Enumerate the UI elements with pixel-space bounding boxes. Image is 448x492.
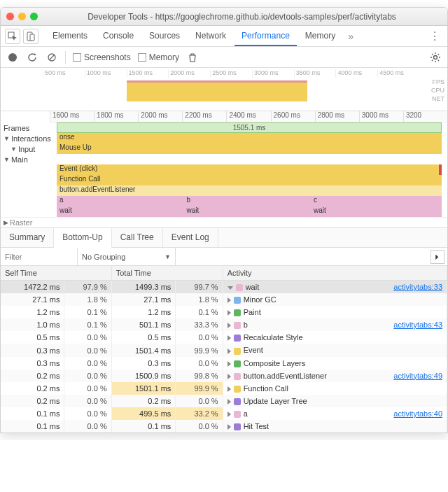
total-time-ms: 1499.3 ms [111, 281, 176, 294]
activity-color-swatch [234, 423, 241, 430]
minimize-icon[interactable] [18, 13, 26, 20]
record-button[interactable] [6, 51, 19, 64]
tab-event-log[interactable]: Event Log [163, 228, 218, 247]
table-row[interactable]: 0.1 ms0.0 %499.5 ms33.2 %aactivitytabs:4… [1, 407, 447, 420]
total-time-pct: 0.0 % [176, 331, 223, 344]
activity-cell: Recalculate Style [223, 331, 447, 344]
devtools-window: Developer Tools - https://googlechrome.g… [0, 7, 448, 433]
self-time-pct: 0.0 % [64, 407, 111, 420]
activity-color-swatch [234, 411, 241, 418]
source-link[interactable]: activitytabs:33 [393, 283, 442, 291]
table-row[interactable]: 1472.2 ms97.9 %1499.3 ms99.7 %waitactivi… [1, 281, 447, 294]
total-time-ms: 1501.4 ms [111, 344, 176, 356]
activity-color-swatch [234, 360, 241, 367]
activity-name: wait [246, 283, 260, 291]
filter-input[interactable] [1, 248, 78, 265]
activity-cell: bactivitytabs:43 [223, 318, 447, 331]
total-time-ms: 27.1 ms [111, 293, 176, 306]
source-link[interactable]: activitytabs:40 [393, 409, 442, 418]
col-total-time[interactable]: Total Time [111, 266, 223, 281]
settings-gear-icon[interactable] [429, 51, 442, 64]
self-time-pct: 0.1 % [64, 306, 111, 318]
close-icon[interactable] [6, 13, 14, 20]
tab-summary[interactable]: Summary [1, 228, 54, 247]
self-time-pct: 0.1 % [64, 318, 111, 331]
disclosure-icon[interactable] [227, 386, 231, 392]
tab-console[interactable]: Console [96, 27, 141, 46]
zoom-icon[interactable] [30, 13, 38, 20]
tab-elements[interactable]: Elements [46, 27, 94, 46]
self-time-pct: 1.8 % [64, 293, 111, 306]
tab-sources[interactable]: Sources [142, 27, 187, 46]
clear-button[interactable] [46, 51, 58, 64]
total-time-ms: 1500.9 ms [111, 370, 176, 382]
tab-performance[interactable]: Performance [234, 27, 297, 46]
col-self-time[interactable]: Self Time [1, 266, 111, 281]
reload-record-button[interactable] [26, 51, 38, 64]
frames-track[interactable]: Frames 1505.1 ms [1, 122, 447, 133]
tab-bottom-up[interactable]: Bottom-Up [54, 228, 111, 248]
disclosure-icon[interactable] [227, 399, 231, 405]
table-row[interactable]: 0.5 ms0.0 %0.5 ms0.0 %Recalculate Style [1, 331, 447, 344]
tab-network[interactable]: Network [188, 27, 233, 46]
garbage-collect-icon[interactable] [186, 51, 199, 64]
disclosure-icon[interactable] [227, 412, 231, 417]
expand-heaviest-icon[interactable]: ⏵ [430, 250, 444, 264]
device-toggle-icon[interactable] [23, 29, 38, 44]
col-activity[interactable]: Activity [223, 266, 447, 281]
overview-pane[interactable]: 500 ms 1000 ms 1500 ms 2000 ms 2500 ms 3… [1, 68, 447, 111]
panel-tabbar: Elements Console Sources Network Perform… [1, 26, 447, 47]
flame-chart[interactable]: 1600 ms1800 ms2000 ms2200 ms2400 ms2600 … [1, 111, 447, 228]
table-row[interactable]: 27.1 ms1.8 %27.1 ms1.8 %Minor GC [1, 293, 447, 306]
disclosure-icon[interactable] [227, 335, 231, 341]
panel-tabs: Elements Console Sources Network Perform… [46, 27, 342, 46]
total-time-pct: 0.0 % [176, 420, 223, 433]
activity-name: Composite Layers [244, 359, 306, 367]
activity-color-swatch [234, 309, 241, 316]
overview-ticks: 500 ms 1000 ms 1500 ms 2000 ms 2500 ms 3… [43, 69, 419, 78]
activity-cell: Paint [223, 306, 447, 318]
table-row[interactable]: 0.2 ms0.0 %1500.9 ms99.8 %button.addEven… [1, 370, 447, 382]
disclosure-icon[interactable] [227, 297, 231, 303]
total-time-pct: 0.0 % [176, 357, 223, 370]
activity-name: Recalculate Style [244, 333, 303, 342]
more-tabs-icon[interactable]: » [348, 31, 354, 42]
inspect-element-icon[interactable] [5, 29, 20, 44]
activity-name: button.addEventListener [244, 372, 327, 380]
table-row[interactable]: 0.2 ms0.0 %0.2 ms0.0 %Update Layer Tree [1, 395, 447, 407]
disclosure-icon[interactable] [227, 310, 231, 316]
self-time-ms: 27.1 ms [1, 293, 64, 306]
interactions-track[interactable]: ▼Interactions onse [1, 133, 447, 143]
disclosure-icon[interactable] [227, 349, 231, 354]
screenshots-checkbox[interactable]: Screenshots [73, 52, 131, 62]
activity-color-swatch [234, 386, 241, 393]
main-flame-rows: Event (click) Function Call button.addEv… [1, 164, 447, 217]
main-track-header[interactable]: ▼Main [1, 154, 447, 164]
table-row[interactable]: 0.3 ms0.0 %0.3 ms0.0 %Composite Layers [1, 357, 447, 370]
disclosure-icon[interactable] [227, 374, 231, 379]
tab-memory[interactable]: Memory [298, 27, 342, 46]
disclosure-icon[interactable] [227, 286, 233, 290]
table-row[interactable]: 1.0 ms0.1 %501.1 ms33.3 %bactivitytabs:4… [1, 318, 447, 331]
memory-checkbox[interactable]: Memory [138, 52, 179, 62]
window-title: Developer Tools - https://googlechrome.g… [42, 12, 442, 22]
input-track[interactable]: ▼Input Mouse Up [1, 143, 447, 154]
kebab-menu-icon[interactable]: ⋮ [426, 29, 443, 43]
activity-cell: Function Call [223, 382, 447, 395]
self-time-ms: 1.2 ms [1, 306, 64, 318]
disclosure-icon[interactable] [227, 323, 231, 328]
table-row[interactable]: 0.2 ms0.0 %1501.1 ms99.9 %Function Call [1, 382, 447, 395]
grouping-select[interactable]: No Grouping▼ [78, 248, 176, 265]
raster-track[interactable]: ▶Raster [1, 217, 447, 227]
table-row[interactable]: 0.1 ms0.0 %0.1 ms0.0 %Hit Test [1, 420, 447, 433]
self-time-ms: 0.1 ms [1, 420, 64, 433]
table-row[interactable]: 1.2 ms0.1 %1.2 ms0.1 %Paint [1, 306, 447, 318]
disclosure-icon[interactable] [227, 361, 231, 367]
total-time-ms: 1.2 ms [111, 306, 176, 318]
source-link[interactable]: activitytabs:43 [393, 321, 442, 329]
table-row[interactable]: 0.3 ms0.0 %1501.4 ms99.9 %Event [1, 344, 447, 356]
disclosure-icon[interactable] [227, 424, 231, 430]
self-time-pct: 0.0 % [64, 420, 111, 433]
source-link[interactable]: activitytabs:49 [393, 372, 442, 380]
tab-call-tree[interactable]: Call Tree [112, 228, 163, 247]
